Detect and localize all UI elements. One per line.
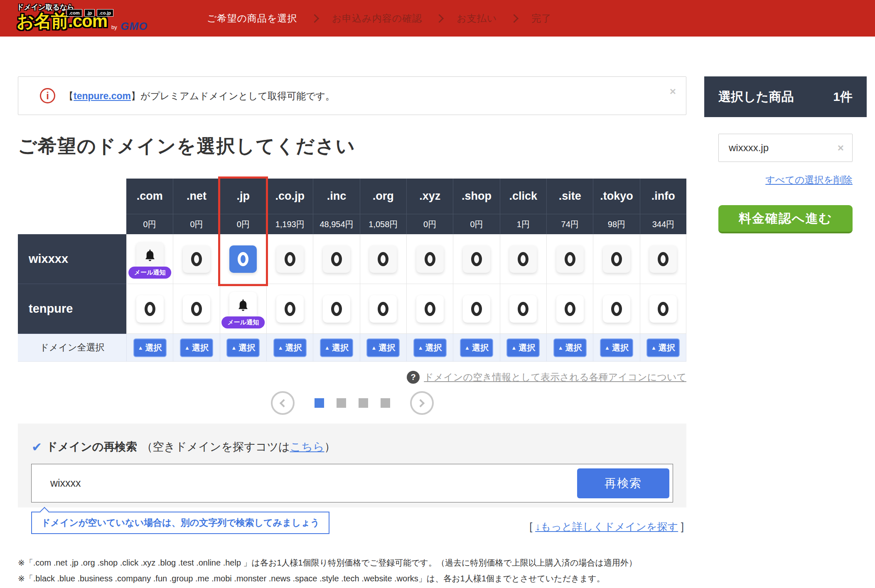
mail-notify-button[interactable] <box>229 292 257 319</box>
select-domain-button[interactable] <box>603 245 630 273</box>
more-domains-link[interactable]: ↓もっと詳しくドメインを探す <box>535 521 678 532</box>
select-domain-button[interactable] <box>463 295 490 323</box>
select-all-button-cojp[interactable]: ▲選択 <box>273 338 307 357</box>
research-button[interactable]: 再検索 <box>577 468 669 498</box>
bell-icon <box>237 299 249 313</box>
page-dot-2[interactable] <box>337 398 346 408</box>
tld-price-com: 0円 <box>126 214 173 234</box>
icon-help-link[interactable]: ドメインの空き情報として表示される各種アイコンについて <box>424 371 686 384</box>
select-domain-button[interactable] <box>649 295 677 323</box>
cart-sidebar: 選択した商品 1件 wixxxx.jp × すべての選択を削除 料金確認へ進む <box>704 76 867 292</box>
next-page-button[interactable] <box>410 391 434 415</box>
select-domain-button[interactable] <box>416 295 444 323</box>
select-domain-button[interactable] <box>556 245 584 273</box>
select-all-button-site[interactable]: ▲選択 <box>553 338 587 357</box>
icon-help-row: ? ドメインの空き情報として表示される各種アイコンについて <box>407 371 686 384</box>
select-all-button-net[interactable]: ▲選択 <box>180 338 213 357</box>
triangle-up-icon: ▲ <box>278 345 283 351</box>
close-icon[interactable]: × <box>670 85 676 98</box>
selected-domain-button[interactable] <box>229 245 257 273</box>
select-button-label: 選択 <box>659 342 675 353</box>
select-all-label: ドメイン全選択 <box>18 334 126 362</box>
select-domain-button[interactable] <box>183 295 210 323</box>
available-circle-icon <box>611 252 622 266</box>
availability-cell-wixxxx-tokyo <box>593 234 639 284</box>
select-domain-button[interactable] <box>509 245 537 273</box>
page-dot-4[interactable] <box>381 398 390 408</box>
select-all-button-com[interactable]: ▲選択 <box>133 338 167 357</box>
proceed-to-price-button[interactable]: 料金確認へ進む <box>718 205 853 233</box>
tld-price-shop: 0円 <box>453 214 499 234</box>
select-all-cell-cojp: ▲選択 <box>266 334 313 362</box>
triangle-up-icon: ▲ <box>558 345 563 351</box>
chevron-right-icon <box>510 14 519 22</box>
select-domain-button[interactable] <box>369 245 397 273</box>
step-confirm: お申込み内容の確認 <box>332 12 423 25</box>
logo-gmo: GMO <box>120 20 147 33</box>
notice-message: がプレミアムドメインとして取得可能です。 <box>140 91 335 101</box>
page-dot-1[interactable] <box>315 398 324 408</box>
available-circle-icon <box>285 252 295 266</box>
select-all-button-inc[interactable]: ▲選択 <box>320 338 353 357</box>
select-domain-button[interactable] <box>509 295 537 323</box>
select-domain-button[interactable] <box>276 245 304 273</box>
select-domain-button[interactable] <box>276 295 304 323</box>
domain-table: .com.net.jp.co.jp.inc.org.xyz.shop.click… <box>18 179 686 362</box>
step-select-product: ご希望の商品を選択 <box>207 12 297 25</box>
premium-domain-link[interactable]: tenpure.com <box>74 91 131 101</box>
available-circle-icon <box>471 252 482 266</box>
select-domain-button[interactable] <box>556 295 584 323</box>
select-domain-button[interactable] <box>463 245 490 273</box>
tld-price-info: 344円 <box>640 214 686 234</box>
tld-price-site: 74円 <box>546 214 593 234</box>
availability-cell-wixxxx-info <box>640 234 686 284</box>
logo-badge-cojp: .co.jp <box>97 9 114 17</box>
select-all-button-click[interactable]: ▲選択 <box>506 338 540 357</box>
availability-cell-wixxxx-jp <box>220 234 266 284</box>
availability-cell-tenpure-jp: メール通知 <box>220 284 266 334</box>
onamae-logo[interactable]: ドメイン取るなら お名前.com .com .jp .co.jp by GMO <box>17 2 141 35</box>
select-domain-button[interactable] <box>369 295 397 323</box>
domain-row-label-tenpure: tenpure <box>18 284 126 334</box>
kochira-link[interactable]: こちら <box>290 441 324 453</box>
select-domain-button[interactable] <box>323 245 350 273</box>
mail-notify-badge: メール通知 <box>221 316 265 328</box>
tld-header-org: .org <box>360 179 406 214</box>
table-corner <box>18 179 126 214</box>
select-domain-button[interactable] <box>136 295 164 323</box>
select-domain-button[interactable] <box>649 245 677 273</box>
available-circle-icon <box>331 252 342 266</box>
top-bar: ドメイン取るなら お名前.com .com .jp .co.jp by GMO … <box>0 0 875 37</box>
page-dot-3[interactable] <box>359 398 368 408</box>
availability-cell-wixxxx-inc <box>313 234 359 284</box>
breadcrumb: ご希望の商品を選択 お申込み内容の確認 お支払い 完了 <box>207 0 551 37</box>
available-circle-icon <box>658 252 669 266</box>
select-button-label: 選択 <box>285 342 302 353</box>
tld-price-net: 0円 <box>173 214 219 234</box>
mail-notify-button[interactable] <box>136 242 164 270</box>
triangle-up-icon: ▲ <box>605 345 610 351</box>
select-all-button-info[interactable]: ▲選択 <box>646 338 680 357</box>
select-domain-button[interactable] <box>323 295 350 323</box>
remove-all-link[interactable]: すべての選択を削除 <box>765 174 853 186</box>
select-all-button-xyz[interactable]: ▲選択 <box>413 338 447 357</box>
select-button-label: 選択 <box>565 342 582 353</box>
select-all-button-org[interactable]: ▲選択 <box>366 338 400 357</box>
chevron-right-icon <box>310 14 319 22</box>
select-domain-button[interactable] <box>183 245 210 273</box>
available-circle-icon <box>238 252 248 266</box>
select-all-cell-jp: ▲選択 <box>220 334 266 362</box>
select-domain-button[interactable] <box>603 295 630 323</box>
select-all-button-shop[interactable]: ▲選択 <box>460 338 493 357</box>
available-circle-icon <box>191 302 202 316</box>
select-all-button-jp[interactable]: ▲選択 <box>226 338 260 357</box>
select-all-button-tokyo[interactable]: ▲選択 <box>600 338 633 357</box>
remove-item-icon[interactable]: × <box>838 142 844 154</box>
select-domain-button[interactable] <box>416 245 444 273</box>
available-circle-icon <box>518 252 528 266</box>
tld-price-inc: 48,954円 <box>313 214 359 234</box>
tld-price-click: 1円 <box>500 214 546 234</box>
tld-header-inc: .inc <box>313 179 359 214</box>
available-circle-icon <box>658 302 669 316</box>
prev-page-button[interactable] <box>271 391 295 415</box>
